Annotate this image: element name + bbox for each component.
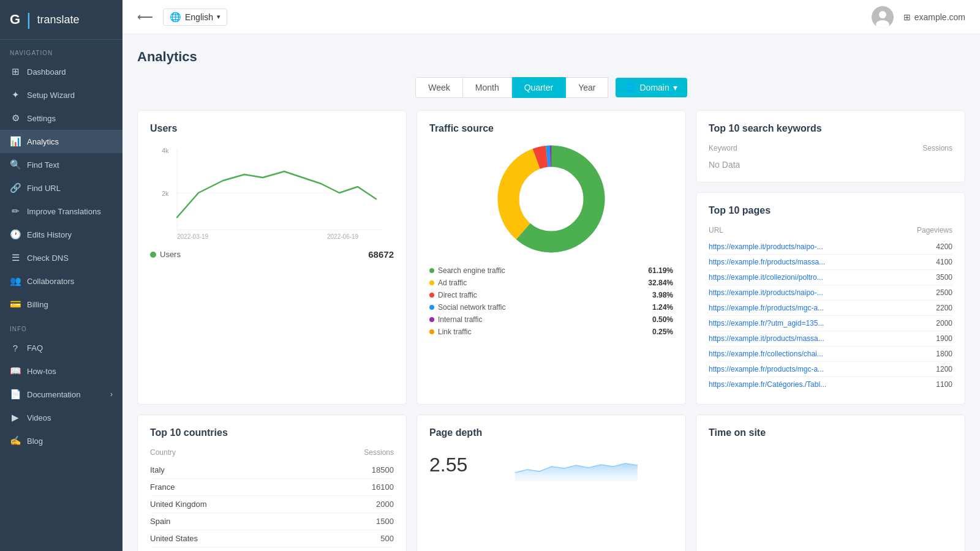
sidebar-item-videos[interactable]: ▶ Videos	[0, 406, 123, 429]
sidebar-item-faq[interactable]: ? FAQ	[0, 336, 123, 359]
sidebar-item-how-tos[interactable]: 📖 How-tos	[0, 359, 123, 383]
sidebar-item-documentation[interactable]: 📄 Documentation ›	[0, 383, 123, 406]
videos-icon: ▶	[10, 412, 21, 423]
sidebar-item-setup-wizard[interactable]: ✦ Setup Wizard	[0, 83, 123, 107]
page-url-link[interactable]: https://example.fr/products/mgc-a...	[709, 304, 824, 312]
page-url-link[interactable]: https://example.fr/products/massa...	[709, 258, 825, 266]
page-depth-card: Page depth 2.55	[417, 414, 686, 551]
country-name: United States	[150, 534, 198, 543]
sidebar-item-label: Billing	[27, 300, 48, 309]
pages-header: URL Pageviews	[709, 226, 952, 234]
logo-pipe: |	[26, 10, 31, 29]
svg-marker-17	[515, 463, 638, 482]
sidebar-logo: G | translate	[0, 0, 123, 40]
sidebar-item-edits-history[interactable]: 🕐 Edits History	[0, 223, 123, 246]
users-card: Users 4k 2k 2022-03-19 2022-06-19	[137, 110, 407, 405]
keywords-title: Top 10 search keywords	[709, 123, 952, 134]
sidebar-item-check-dns[interactable]: ☰ Check DNS	[0, 246, 123, 269]
page-url-link[interactable]: https://example.fr/collections/chai...	[709, 350, 823, 358]
sidebar-item-label: FAQ	[27, 343, 43, 353]
page-views-value: 1900	[936, 334, 952, 343]
table-row: https://example.it/products/massa... 190…	[709, 331, 952, 347]
settings-icon: ⚙	[10, 113, 21, 124]
sidebar-item-settings[interactable]: ⚙ Settings	[0, 107, 123, 130]
topbar: ⟵ 🌐 English ▾ ⊞ example.com	[123, 0, 980, 34]
keywords-card: Top 10 search keywords Keyword Sessions …	[696, 110, 965, 182]
sidebar-item-label: Analytics	[27, 137, 59, 146]
time-on-site-title: Time on site	[709, 427, 952, 438]
sidebar-item-label: Setup Wizard	[27, 91, 75, 100]
social-traffic-label: Social network traffic	[438, 303, 506, 312]
direct-traffic-dot	[429, 293, 434, 298]
ad-traffic-label: Ad traffic	[438, 279, 467, 287]
top-pages-card: Top 10 pages URL Pageviews https://examp…	[696, 192, 965, 405]
domain-button[interactable]: 🌐 Domain ▾	[616, 78, 687, 97]
page-url-link[interactable]: https://example.it/collezioni/poltro...	[709, 273, 823, 282]
no-data-text: No Data	[709, 160, 952, 170]
table-row: Spain 1500	[150, 513, 394, 530]
traffic-item-direct: Direct traffic 3.98%	[429, 291, 673, 299]
country-sessions: 1500	[376, 517, 394, 526]
country-sessions: 18500	[372, 465, 394, 474]
sidebar-item-label: Dashboard	[27, 67, 66, 77]
country-sessions: 16100	[372, 482, 394, 492]
table-row: https://example.fr/collections/chai... 1…	[709, 347, 952, 362]
table-row: https://example.fr/products/mgc-a... 120…	[709, 362, 952, 377]
page-url-link[interactable]: https://example.it/products/naipo-...	[709, 288, 823, 297]
sidebar-item-analytics[interactable]: 📊 Analytics	[0, 130, 123, 153]
period-tabs: Week Month Quarter Year 🌐 Domain ▾	[137, 77, 965, 98]
domain-btn-label: Domain	[639, 83, 669, 92]
find-text-icon: 🔍	[10, 159, 21, 170]
search-engine-dot	[429, 268, 434, 273]
table-row: Croatia 300	[150, 547, 394, 551]
user-avatar[interactable]	[872, 6, 894, 28]
page-url-link[interactable]: https://example.it/products/naipo-...	[709, 242, 823, 251]
traffic-item-link: Link traffic 0.25%	[429, 328, 673, 336]
table-row: https://example.fr/?utm_agid=135... 2000	[709, 316, 952, 331]
svg-point-16	[524, 171, 579, 227]
page-url-link[interactable]: https://example.fr/?utm_agid=135...	[709, 319, 824, 328]
users-card-title: Users	[150, 123, 394, 134]
chevron-right-icon: ›	[110, 390, 113, 399]
analytics-icon: 📊	[10, 136, 21, 147]
donut-chart	[429, 144, 673, 254]
direct-traffic-label: Direct traffic	[438, 291, 477, 299]
billing-icon: 💳	[10, 299, 21, 310]
sidebar-item-find-url[interactable]: 🔗 Find URL	[0, 176, 123, 200]
language-selector[interactable]: 🌐 English ▾	[163, 9, 227, 26]
users-chart-area: 4k 2k 2022-03-19 2022-06-19	[150, 144, 394, 242]
direct-traffic-pct: 3.98%	[652, 291, 673, 299]
tab-week[interactable]: Week	[415, 77, 463, 98]
time-on-site-card: Time on site	[696, 414, 965, 551]
tab-month[interactable]: Month	[463, 77, 512, 98]
sidebar-item-dashboard[interactable]: ⊞ Dashboard	[0, 60, 123, 83]
sidebar-item-billing[interactable]: 💳 Billing	[0, 293, 123, 316]
table-row: https://example.fr/Catégories./Tabl... 1…	[709, 377, 952, 392]
info-section-label: INFO	[0, 316, 123, 336]
traffic-item-internal: Internal traffic 0.50%	[429, 315, 673, 324]
find-url-icon: 🔗	[10, 182, 21, 193]
page-url-link[interactable]: https://example.fr/Catégories./Tabl...	[709, 380, 826, 389]
sidebar-item-label: Blog	[27, 437, 43, 446]
table-row: United States 500	[150, 530, 394, 547]
country-name: United Kingdom	[150, 500, 207, 509]
country-name: Italy	[150, 465, 165, 474]
social-traffic-dot	[429, 305, 434, 310]
page-views-value: 4100	[936, 258, 952, 266]
logo-text: translate	[37, 13, 79, 26]
documentation-icon: 📄	[10, 389, 21, 400]
tab-year[interactable]: Year	[566, 77, 608, 98]
back-button[interactable]: ⟵	[137, 10, 153, 24]
depth-chart	[480, 448, 673, 482]
page-url-link[interactable]: https://example.it/products/massa...	[709, 334, 824, 343]
tab-quarter[interactable]: Quarter	[512, 77, 566, 98]
globe-icon: 🌐	[170, 12, 181, 23]
sidebar-item-improve-translations[interactable]: ✏ Improve Translations	[0, 200, 123, 223]
sidebar-item-find-text[interactable]: 🔍 Find Text	[0, 153, 123, 176]
page-depth-title: Page depth	[429, 427, 673, 438]
country-sessions: 500	[380, 534, 394, 543]
page-url-link[interactable]: https://example.fr/products/mgc-a...	[709, 365, 824, 373]
sidebar-item-blog[interactable]: ✍ Blog	[0, 429, 123, 452]
sidebar-item-label: Collaborators	[27, 277, 74, 286]
sidebar-item-collaborators[interactable]: 👥 Collaborators	[0, 269, 123, 293]
